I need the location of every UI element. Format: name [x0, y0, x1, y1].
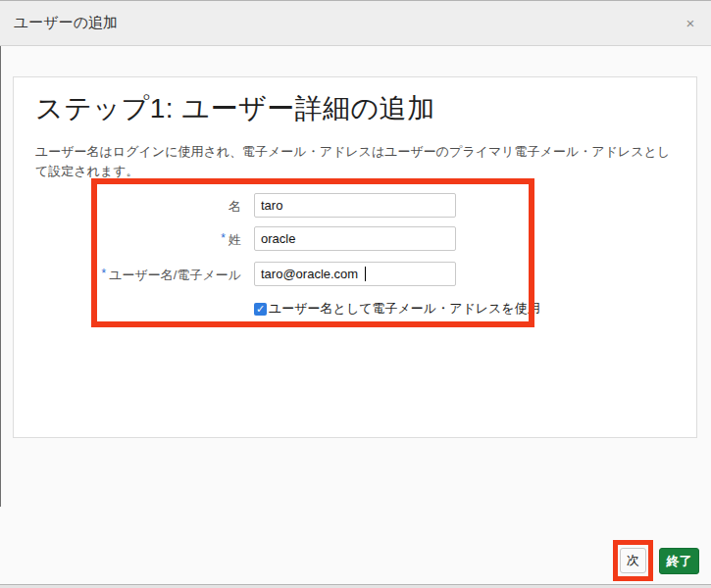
checked-checkbox-icon[interactable]: ✓	[254, 303, 267, 316]
step-heading: ステップ1: ユーザー詳細の追加	[35, 90, 435, 127]
dialog-title: ユーザーの追加	[14, 14, 118, 32]
use-email-as-username-row: ✓ ユーザー名として電子メール・アドレスを使用	[254, 300, 540, 318]
checkbox-label: ユーザー名として電子メール・アドレスを使用	[269, 300, 540, 318]
required-icon: *	[221, 231, 226, 245]
required-icon: *	[101, 267, 106, 280]
finish-button[interactable]: 終了	[659, 548, 699, 574]
window-left-edge	[0, 1, 1, 507]
wizard-panel: ステップ1: ユーザー詳細の追加 ユーザー名はログインに使用され、電子メール・ア…	[13, 76, 697, 438]
step-description: ユーザー名はログインに使用され、電子メール・アドレスはユーザーのプライマリ電子メ…	[35, 142, 681, 181]
first-name-input[interactable]	[254, 193, 456, 218]
add-user-dialog: ユーザーの追加 × ステップ1: ユーザー詳細の追加 ユーザー名はログインに使用…	[0, 0, 711, 588]
dialog-titlebar: ユーザーの追加 ×	[0, 1, 711, 46]
last-name-input[interactable]	[254, 226, 456, 251]
first-name-label: 名	[86, 198, 241, 216]
close-icon[interactable]: ×	[682, 15, 699, 32]
next-button[interactable]: 次	[620, 548, 646, 573]
text-caret	[365, 267, 366, 281]
last-name-label: *姓	[86, 231, 241, 249]
username-email-label: *ユーザー名/電子メール	[86, 267, 241, 284]
username-email-input[interactable]	[254, 262, 456, 286]
